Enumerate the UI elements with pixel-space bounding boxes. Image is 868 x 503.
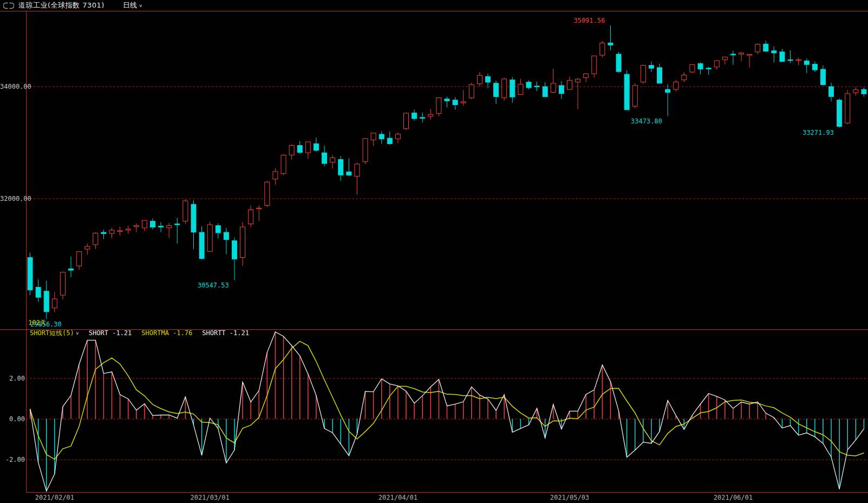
date-axis-label: 2021/04/01 (374, 494, 422, 501)
compare-icon[interactable] (3, 2, 14, 9)
indicator-readout: SHORT -1.21 (89, 329, 132, 337)
price-annotation: 35091.56 (573, 17, 605, 24)
date-axis-label: 2021/02/01 (30, 494, 79, 501)
chart-canvas[interactable] (0, 0, 868, 503)
date-axis-label: 2021/03/01 (186, 494, 234, 501)
indicator-readouts: SHORT -1.21SHORTMA -1.76SHORTT -1.21 (79, 329, 249, 337)
header-bar: 道琼工业(全球指数 7301) 日线 ∨ (0, 0, 868, 11)
indicator-readout: SHORTT -1.21 (202, 329, 249, 337)
price-axis-label: 34000.00 (0, 83, 25, 90)
price-annotation: 30547.53 (198, 282, 229, 289)
indicator-header: SHORT短线(5) ∨ SHORT -1.21SHORTMA -1.76SHO… (30, 329, 249, 337)
indicator-readout: SHORTMA -1.76 (141, 329, 192, 337)
date-axis-label: 2021/06/01 (709, 494, 758, 501)
indicator-selector[interactable]: SHORT短线(5) ∨ (30, 329, 79, 338)
indicator-name: SHORT短线(5) (30, 329, 74, 338)
date-axis-label: 2021/05/03 (545, 494, 594, 501)
chevron-down-icon: ∨ (76, 331, 79, 336)
trading-app-window: { "header": { "title": "道琼工业(全球指数 7301)"… (0, 0, 868, 503)
indicator-axis-label: -2.00 (0, 456, 25, 463)
days-count-label: 102天 (28, 319, 47, 326)
price-annotation: 33271.93 (802, 129, 834, 136)
period-label: 日线 (123, 1, 137, 10)
indicator-axis-label: 2.00 (0, 375, 25, 382)
indicator-axis-label: 0.00 (0, 415, 25, 423)
price-axis-label: 32000.00 (0, 195, 25, 202)
price-annotation: 33473.80 (631, 118, 662, 125)
period-selector[interactable]: 日线 ∨ (123, 1, 142, 10)
chevron-down-icon: ∨ (139, 3, 142, 8)
instrument-title: 道琼工业(全球指数 7301) (18, 1, 105, 10)
